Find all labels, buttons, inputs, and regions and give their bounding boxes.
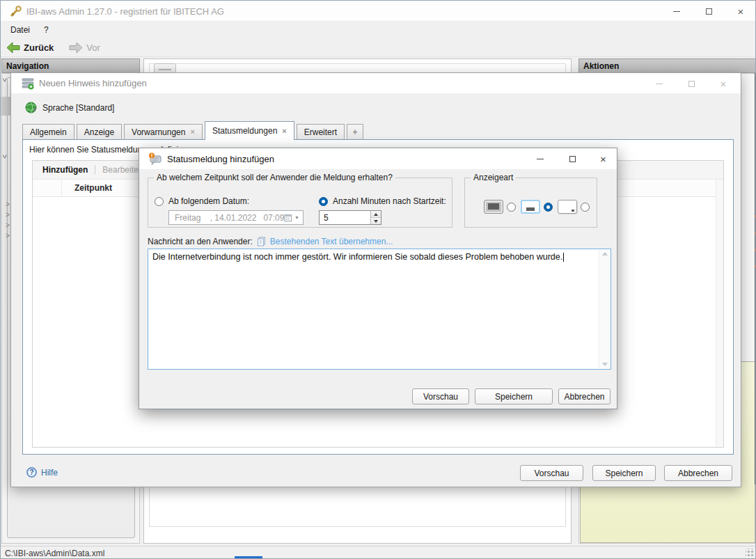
menu-file[interactable]: Datei	[3, 22, 37, 38]
menu-help[interactable]: ?	[37, 22, 56, 38]
dialog-close-button[interactable]: ×	[588, 148, 618, 169]
timing-group: Ab welchem Zeitpunkt soll der Anwender d…	[148, 178, 452, 228]
display-option-fullscreen-icon[interactable]	[484, 200, 503, 214]
cancel-button[interactable]: Abbrechen	[558, 388, 611, 404]
radio-date-option[interactable]	[155, 197, 164, 206]
dialog-maximize-button[interactable]	[675, 73, 707, 94]
stepper-up-button[interactable]	[371, 211, 381, 218]
app-logo-icon	[9, 5, 22, 18]
minimize-button[interactable]	[661, 1, 693, 22]
tab-erweitert[interactable]: Erweitert	[297, 124, 345, 140]
tab-allgemein[interactable]: Allgemein	[22, 124, 74, 140]
close-icon: ×	[720, 79, 727, 89]
timing-group-label: Ab welchem Zeitpunkt soll der Anwender d…	[154, 173, 395, 182]
column-header-zeitpunkt[interactable]: Zeitpunkt	[74, 183, 112, 193]
back-label: Zurück	[24, 42, 54, 53]
close-icon: ×	[738, 6, 744, 17]
down-arrow-icon	[374, 220, 378, 223]
textarea-scrollbar[interactable]	[599, 250, 610, 368]
date-picker[interactable]: Freitag , 14.01.2022 07:09 ▼	[168, 210, 304, 225]
save-button[interactable]: Speichern	[592, 465, 656, 481]
help-label: Hilfe	[41, 468, 58, 478]
help-link[interactable]: ? Hilfe	[26, 467, 58, 478]
preview-button[interactable]: Vorschau	[412, 388, 469, 404]
maximize-icon	[569, 156, 576, 162]
dialog-minimize-button[interactable]	[643, 73, 675, 94]
dialog-maximize-button[interactable]	[556, 148, 588, 169]
navigation-panel-header: Navigation	[1, 58, 140, 73]
tab-close-icon[interactable]: ×	[190, 128, 194, 136]
text-caret	[563, 253, 564, 262]
add-tab-icon: +	[353, 127, 358, 137]
stepper-down-button[interactable]	[371, 218, 381, 224]
forward-label: Vor	[86, 42, 100, 53]
maximize-button[interactable]	[693, 1, 725, 22]
list-add-button[interactable]: Hinzufügen	[42, 165, 88, 175]
dialog-minimize-button[interactable]	[524, 148, 556, 169]
main-titlebar: IBI-aws Admin 1.27.0 - registriert für I…	[1, 1, 756, 22]
scroll-down-icon	[602, 363, 608, 366]
date-value: Freitag , 14.01.2022 07:09	[169, 213, 284, 223]
tree-selection-fragment	[1, 97, 11, 116]
notice-dialog-title: Neuen Hinweis hinzufügen	[39, 78, 147, 88]
tab-vorwarnungen[interactable]: Vorwarnungen ×	[124, 124, 203, 140]
help-icon: ?	[26, 467, 37, 478]
radio-display-corner[interactable]	[581, 203, 590, 212]
tab-label: Allgemein	[30, 127, 67, 137]
tree-expander-open[interactable]: >	[1, 78, 8, 82]
list-edit-button[interactable]: Bearbeiten	[102, 165, 143, 175]
date-option-label[interactable]: Ab folgendem Datum:	[168, 196, 249, 206]
back-button[interactable]: Zurück	[6, 42, 54, 54]
tab-statusmeldungen[interactable]: Statusmeldungen ×	[205, 121, 294, 140]
dropdown-icon: ▼	[294, 215, 299, 220]
display-option-banner-icon[interactable]	[521, 200, 540, 214]
tree-expander-closed[interactable]: >	[6, 222, 10, 229]
statusbar: C:\IBI-aws\Admin\Data.xml	[1, 546, 756, 559]
back-arrow-icon	[6, 42, 20, 54]
list-scrollbar[interactable]	[716, 180, 723, 447]
language-selector[interactable]: Sprache [Standard]	[25, 102, 114, 113]
message-textarea[interactable]: Die Internetverbindung ist noch immer ge…	[148, 249, 611, 370]
minimize-icon	[673, 11, 680, 12]
tab-anzeige[interactable]: Anzeige	[77, 124, 122, 140]
maximize-icon	[688, 81, 695, 87]
resize-grip[interactable]	[746, 549, 754, 557]
app-window: IBI-aws Admin 1.27.0 - registriert für I…	[0, 0, 756, 559]
forward-button[interactable]: Vor	[69, 42, 100, 54]
maximize-icon	[706, 8, 712, 15]
radio-display-banner[interactable]	[544, 203, 553, 212]
tab-strip: Allgemein Anzeige Vorwarnungen × Statusm…	[22, 121, 365, 140]
main-toolbar: Zurück Vor	[1, 38, 756, 57]
close-button[interactable]: ×	[725, 1, 756, 22]
dialog-close-button[interactable]: ×	[707, 73, 739, 94]
minutes-stepper[interactable]: 5	[319, 210, 381, 225]
radio-minutes-option[interactable]	[319, 197, 328, 206]
statusmessage-dialog-titlebar: Statusmeldung hinzufügen ×	[139, 148, 617, 169]
tree-expander-closed[interactable]: >	[6, 201, 10, 208]
up-arrow-icon	[374, 213, 378, 216]
statusmessage-dialog: Statusmeldung hinzufügen × Ab welchem Ze…	[139, 148, 617, 409]
tree-expander-closed[interactable]: >	[6, 212, 10, 219]
minimize-icon	[656, 84, 663, 84]
display-group-label: Anzeigeart	[471, 173, 516, 182]
menubar: Datei ?	[1, 22, 756, 38]
display-option-corner-icon[interactable]	[558, 200, 577, 214]
language-label: Sprache [Standard]	[42, 103, 114, 113]
save-button[interactable]: Speichern	[475, 388, 553, 404]
status-path: C:\IBI-aws\Admin\Data.xml	[5, 549, 104, 558]
minutes-option-label[interactable]: Anzahl Minuten nach Startzeit:	[333, 196, 446, 206]
scroll-up-icon	[602, 252, 608, 255]
cancel-button[interactable]: Abbrechen	[664, 465, 732, 481]
minimize-icon	[537, 159, 544, 159]
statusmessage-dialog-title: Statusmeldung hinzufügen	[167, 154, 274, 164]
close-icon: ×	[600, 154, 606, 164]
radio-display-fullscreen[interactable]	[507, 203, 516, 212]
tab-close-icon[interactable]: ×	[282, 127, 286, 135]
tab-label: Erweitert	[304, 127, 337, 137]
tree-expander-closed[interactable]: >	[6, 233, 10, 239]
tab-add-button[interactable]: +	[347, 124, 363, 140]
paste-text-icon	[257, 237, 266, 246]
tree-expander-open[interactable]: >	[1, 155, 8, 159]
preview-button[interactable]: Vorschau	[520, 465, 583, 481]
take-existing-text-link[interactable]: Bestehenden Text übernehmen...	[270, 237, 393, 246]
